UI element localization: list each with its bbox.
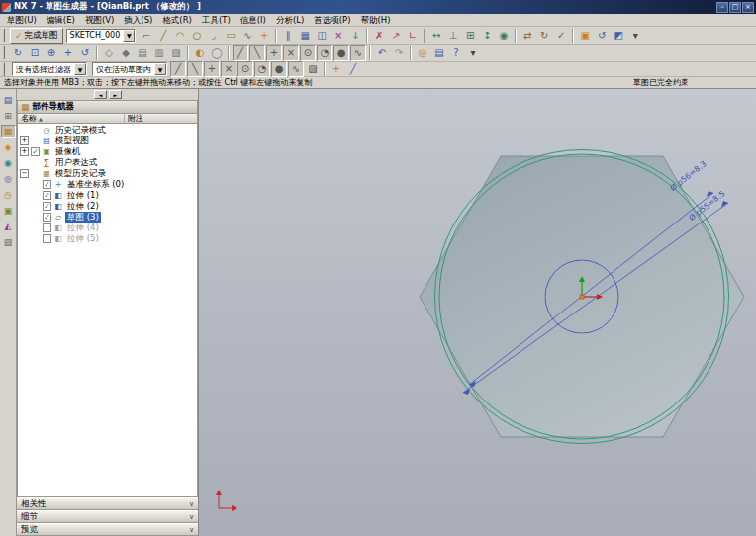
tree-checkbox[interactable] bbox=[43, 234, 51, 243]
menu-view[interactable]: 视图(V) bbox=[80, 14, 119, 27]
top-view-icon[interactable]: ▤ bbox=[135, 45, 150, 61]
tree-checkbox[interactable] bbox=[43, 223, 51, 232]
snap-point-on-curve-icon[interactable]: ∿ bbox=[288, 61, 304, 77]
sketch-canvas[interactable]: Ø p56=8.3 Ø p55=8.5 bbox=[199, 89, 756, 536]
help-icon[interactable]: ? bbox=[448, 45, 464, 61]
make-corner-icon[interactable]: ∟ bbox=[405, 28, 421, 44]
snap-intersection-icon[interactable]: × bbox=[283, 45, 299, 61]
tree-item-sketch-3[interactable]: ✓ ▱ 草图 (3) bbox=[18, 212, 197, 223]
menu-format[interactable]: 格式(R) bbox=[157, 14, 197, 27]
zoom-icon[interactable]: ⊕ bbox=[44, 45, 59, 61]
snap-mid-point-icon[interactable]: ╲ bbox=[187, 61, 203, 77]
snap-end-point-icon[interactable]: ╱ bbox=[233, 45, 248, 61]
display-constraints-icon[interactable]: ◉ bbox=[496, 28, 512, 44]
snap-arc-center-icon[interactable]: ⊙ bbox=[237, 61, 253, 77]
snap-arc-center-icon[interactable]: ⊙ bbox=[300, 45, 316, 61]
tree-item-model-history[interactable]: − ▦ 模型历史记录 bbox=[18, 168, 197, 179]
arc-icon[interactable]: ◠ bbox=[172, 28, 188, 44]
snap-point-on-curve-icon[interactable]: ∿ bbox=[350, 45, 366, 61]
roles-icon[interactable]: ◭ bbox=[1, 220, 16, 233]
trimetric-view-icon[interactable]: ◇ bbox=[101, 45, 117, 61]
tree-checkbox[interactable]: ✓ bbox=[43, 213, 51, 222]
constraint-navigator-icon[interactable]: ⊞ bbox=[1, 109, 16, 123]
web-browser-icon[interactable]: ◎ bbox=[1, 172, 16, 186]
auto-dimension-icon[interactable]: ↕ bbox=[479, 28, 495, 44]
menu-insert[interactable]: 插入(S) bbox=[119, 14, 157, 27]
snap-existing-point-icon[interactable]: ● bbox=[271, 61, 287, 77]
menu-help[interactable]: 帮助(H) bbox=[356, 14, 396, 27]
snap-existing-point-icon[interactable]: ● bbox=[333, 45, 349, 61]
tree-checkbox[interactable]: ✓ bbox=[43, 180, 51, 189]
quick-extend-icon[interactable]: ↗ bbox=[388, 28, 404, 44]
process-studio-icon[interactable]: ▣ bbox=[1, 204, 16, 218]
command-finder-icon[interactable]: ◎ bbox=[415, 45, 430, 61]
snap-intersection-icon[interactable]: × bbox=[221, 61, 236, 77]
redo-icon[interactable]: ↷ bbox=[391, 45, 407, 61]
alternate-solution-icon[interactable]: ↻ bbox=[536, 28, 552, 44]
menu-preferences[interactable]: 首选项(P) bbox=[309, 14, 355, 27]
constraints-icon[interactable]: ⊥ bbox=[445, 28, 461, 44]
profile-icon[interactable]: ⌐ bbox=[139, 28, 154, 44]
rectangle-icon[interactable]: ▭ bbox=[223, 28, 238, 44]
reuse-library-icon[interactable]: ◈ bbox=[1, 140, 16, 154]
tree-item-history-mode[interactable]: ◷ 历史记录模式 bbox=[18, 125, 197, 135]
tree-item-datum-csys[interactable]: ✓ + 基准坐标系 (0) bbox=[18, 179, 197, 190]
line-icon[interactable]: ╱ bbox=[155, 28, 171, 44]
menu-tools[interactable]: 工具(T) bbox=[197, 14, 236, 27]
project-curve-icon[interactable]: ↓ bbox=[347, 28, 363, 44]
chevron-down-icon[interactable]: ▼ bbox=[123, 30, 135, 42]
isometric-view-icon[interactable]: ◆ bbox=[118, 45, 134, 61]
menu-edit[interactable]: 编辑(E) bbox=[42, 14, 80, 27]
tree-expand-toggle[interactable]: − bbox=[20, 169, 29, 178]
menu-sketch[interactable]: 草图(U) bbox=[2, 14, 42, 27]
preview-section[interactable]: 预览 ∨ bbox=[17, 523, 198, 536]
finish-sketch-button[interactable]: ✓ 完成草图 bbox=[10, 28, 63, 44]
pan-icon[interactable]: + bbox=[60, 45, 76, 61]
right-view-icon[interactable]: ▨ bbox=[168, 45, 184, 61]
chevron-down-icon[interactable]: ▼ bbox=[74, 63, 86, 75]
graphics-viewport[interactable]: Ø p56=8.3 Ø p55=8.5 bbox=[199, 89, 756, 536]
circle-icon[interactable]: ○ bbox=[189, 28, 205, 44]
sketch-name-combo[interactable]: SKETCH_000 ▼ bbox=[66, 29, 137, 43]
tree-item-extrude-4[interactable]: ◧ 拉伸 (4) bbox=[18, 223, 197, 233]
snap-quadrant-icon[interactable]: ◔ bbox=[317, 45, 332, 61]
sketch-origin-point[interactable] bbox=[580, 295, 584, 299]
minimize-button[interactable]: – bbox=[716, 2, 728, 13]
auto-constrain-icon[interactable]: ⊞ bbox=[462, 28, 478, 44]
system-materials-icon[interactable]: ▨ bbox=[1, 235, 16, 249]
selection-filter-combo[interactable]: 没有选择过滤器 ▼ bbox=[12, 62, 87, 76]
wireframe-view-icon[interactable]: ◯ bbox=[209, 45, 225, 61]
mirror-curve-icon[interactable]: ◫ bbox=[314, 28, 330, 44]
snap-mid-point-icon[interactable]: ╲ bbox=[249, 45, 265, 61]
assembly-navigator-icon[interactable]: ▤ bbox=[1, 93, 16, 107]
select-edge-icon[interactable]: ╱ bbox=[345, 61, 361, 77]
window-icon[interactable]: ▤ bbox=[431, 45, 447, 61]
tree-checkbox[interactable]: ✓ bbox=[43, 191, 51, 200]
quick-trim-icon[interactable]: ✗ bbox=[371, 28, 387, 44]
toolbar-options-icon[interactable]: ▾ bbox=[627, 28, 643, 44]
snap-quadrant-icon[interactable]: ◔ bbox=[254, 61, 270, 77]
tree-expand-toggle[interactable]: + bbox=[20, 136, 29, 145]
maximize-button[interactable]: □ bbox=[729, 2, 741, 13]
convert-to-reference-icon[interactable]: ⇄ bbox=[520, 28, 535, 44]
studio-spline-icon[interactable]: ∿ bbox=[239, 28, 255, 44]
front-view-icon[interactable]: ▥ bbox=[151, 45, 167, 61]
pattern-curve-icon[interactable]: ▦ bbox=[297, 28, 313, 44]
scroll-right-button[interactable]: ► bbox=[109, 90, 122, 99]
tree-item-extrude-5[interactable]: ◧ 拉伸 (5) bbox=[18, 233, 197, 244]
update-model-icon[interactable]: ↺ bbox=[594, 28, 610, 44]
undo-icon[interactable]: ↶ bbox=[374, 45, 390, 61]
rotate-view-icon[interactable]: ↺ bbox=[77, 45, 93, 61]
fit-view-icon[interactable]: ⊡ bbox=[27, 45, 43, 61]
tree-item-extrude-2[interactable]: ✓ ◧ 拉伸 (2) bbox=[18, 201, 197, 212]
offset-curve-icon[interactable]: ∥ bbox=[280, 28, 296, 44]
snap-control-point-icon[interactable]: + bbox=[204, 61, 220, 77]
tree-item-extrude-1[interactable]: ✓ ◧ 拉伸 (1) bbox=[18, 190, 197, 201]
dependencies-section[interactable]: 相关性 ∨ bbox=[17, 497, 198, 510]
tree-item-cameras[interactable]: + ✓ ▣ 摄像机 bbox=[18, 146, 197, 157]
snap-control-point-icon[interactable]: + bbox=[266, 45, 282, 61]
fillet-icon[interactable]: ◞ bbox=[206, 28, 222, 44]
menu-analysis[interactable]: 分析(L) bbox=[271, 14, 309, 27]
inferred-constraints-icon[interactable]: ✓ bbox=[553, 28, 569, 44]
part-navigator-icon[interactable]: ▦ bbox=[1, 125, 16, 138]
